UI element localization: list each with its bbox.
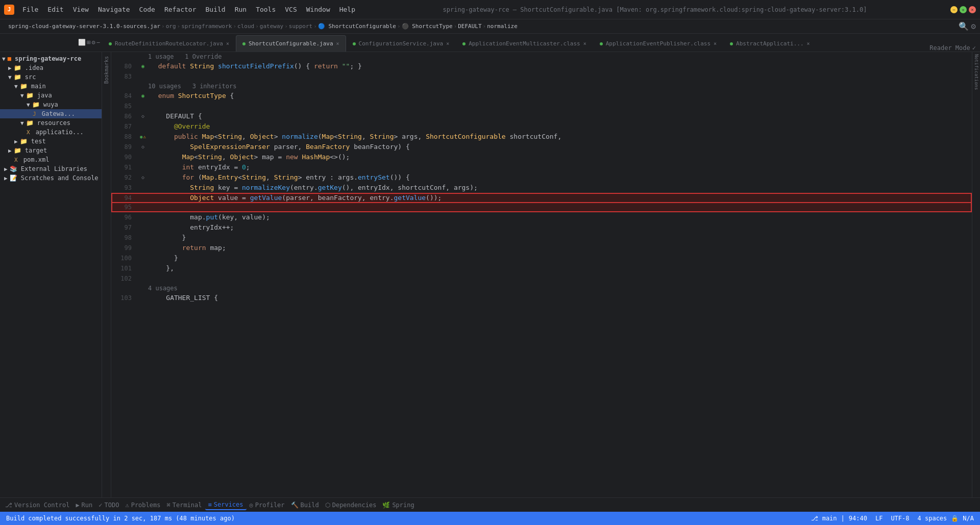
code-line-89[interactable]: 89 ◇ SpelExpressionParser parser, BeanFa… (111, 142, 972, 152)
settings-icon[interactable]: ⚙ (92, 39, 95, 46)
sidebar-item-application[interactable]: X applicatio... (0, 128, 102, 137)
breadcrumb-gateway[interactable]: gateway (260, 23, 283, 30)
bookmarks-label[interactable]: Bookmarks (104, 56, 109, 84)
menu-code[interactable]: Code (135, 4, 159, 15)
tab-abstractapplicati[interactable]: AbstractApplicati... × (723, 35, 816, 52)
bottom-tab-services[interactable]: ≡ Services (205, 500, 247, 510)
code-line-83[interactable]: 83 (111, 71, 972, 82)
bottom-tab-profiler[interactable]: ◎ Profiler (247, 501, 288, 510)
code-line-87[interactable]: 87 @Override (111, 121, 972, 132)
sidebar-item-project[interactable]: ▼ ■ spring-gateway-rce (0, 54, 102, 63)
breadcrumb-shortcuttype[interactable]: ⚫ ShortcutType (402, 23, 453, 30)
tab-close-icon[interactable]: × (714, 41, 717, 46)
readonly-icon: 🔒 (951, 515, 959, 522)
menu-view[interactable]: View (69, 4, 93, 15)
line-code (148, 273, 972, 284)
close-button[interactable]: × (969, 6, 976, 13)
sidebar-item-src[interactable]: ▼ 📁 src (0, 72, 102, 82)
toolbar-search-icon[interactable]: 🔍 (959, 21, 969, 31)
code-line-91[interactable]: 91 int entryIdx = 0; (111, 162, 972, 172)
reader-mode-button[interactable]: Reader Mode (929, 44, 970, 52)
breadcrumb-shortcutconfigurable[interactable]: 🔵 ShortcutConfigurable (318, 23, 396, 30)
code-line-102[interactable]: 102 (111, 273, 972, 284)
bottom-tab-terminal[interactable]: ⌘ Terminal (163, 501, 205, 510)
code-line-96[interactable]: 96 map.put(key, value); (111, 212, 972, 222)
sidebar-item-resources[interactable]: ▼ 📁 resources (0, 118, 102, 128)
breadcrumb-cloud[interactable]: cloud (237, 23, 254, 30)
maximize-button[interactable]: + (960, 6, 967, 13)
tab-applicationeventpublisher[interactable]: ApplicationEventPublisher.class × (593, 35, 723, 52)
code-line-86[interactable]: 86 ◇ DEFAULT { (111, 111, 972, 121)
tab-routedefinitionroutelocator[interactable]: RouteDefinitionRouteLocator.java × (102, 35, 236, 52)
breadcrumb-support[interactable]: support (289, 23, 312, 30)
code-line-92[interactable]: 92 ◇ for (Map.Entry<String, String> entr… (111, 172, 972, 183)
sidebar-item-test[interactable]: ▶ 📁 test (0, 137, 102, 146)
sidebar-item-java[interactable]: ▼ 📁 java (0, 91, 102, 100)
line-number: 103 (111, 293, 138, 303)
sidebar-item-gatewayapp[interactable]: J Gatewa... (0, 109, 102, 118)
tab-close-icon[interactable]: × (807, 41, 810, 46)
bottom-tab-todo[interactable]: ✓ TODO (95, 501, 122, 510)
code-line-94[interactable]: 94 Object value = getValue(parser, beanF… (111, 193, 972, 203)
tab-close-icon[interactable]: × (446, 41, 449, 46)
bottom-tab-spring[interactable]: 🌿 Spring (379, 501, 417, 510)
menu-run[interactable]: Run (231, 4, 251, 15)
sidebar-item-scratches[interactable]: ▶ 📝 Scratches and Console (0, 173, 102, 183)
code-line-103[interactable]: 103 GATHER_LIST { (111, 293, 972, 303)
git-branch[interactable]: main (822, 515, 837, 522)
menu-edit[interactable]: Edit (43, 4, 67, 15)
breadcrumb-normalize[interactable]: normalize (487, 23, 518, 30)
menu-file[interactable]: File (18, 4, 42, 15)
sidebar-item-main[interactable]: ▼ 📁 main (0, 82, 102, 91)
build-status-message: Build completed successfully in 2 sec, 1… (6, 515, 235, 522)
tab-applicationeventmulticaster[interactable]: ApplicationEventMulticaster.class × (456, 35, 593, 52)
code-line-84[interactable]: 84 ◉ enum ShortcutType { (111, 91, 972, 101)
minimize-button[interactable]: − (950, 6, 958, 13)
bottom-tab-dependencies[interactable]: ⬡ Dependencies (322, 501, 380, 510)
bottom-tab-run[interactable]: ▶ Run (72, 501, 95, 510)
menu-help[interactable]: Help (335, 4, 359, 15)
tab-close-icon[interactable]: × (336, 41, 339, 46)
menu-tools[interactable]: Tools (252, 4, 280, 15)
sidebar-item-wuya[interactable]: ▼ 📁 wuya (0, 100, 102, 109)
layout-icon[interactable]: ⊞ (87, 39, 90, 46)
bottom-tab-problems[interactable]: ⚠ Problems (122, 501, 163, 510)
menu-refactor[interactable]: Refactor (160, 4, 201, 15)
tab-shortcutconfigurable[interactable]: ShortcutConfigurable.java × (236, 35, 346, 52)
sidebar-item-external-libraries[interactable]: ▶ 📚 External Libraries (0, 164, 102, 173)
menu-navigate[interactable]: Navigate (94, 4, 134, 15)
sidebar-item-target[interactable]: ▶ 📁 target (0, 146, 102, 155)
breadcrumb-default[interactable]: DEFAULT (458, 23, 481, 30)
code-line-99[interactable]: 99 return map; (111, 243, 972, 253)
tab-close-icon[interactable]: × (583, 41, 586, 46)
code-line-101[interactable]: 101 }, (111, 263, 972, 273)
notifications-label[interactable]: Notifications (974, 54, 979, 90)
code-line-95[interactable]: 95 (111, 202, 972, 212)
tab-dot (242, 42, 246, 45)
code-line-85[interactable]: 85 (111, 101, 972, 111)
sidebar-toggle[interactable]: ⬜ (78, 39, 86, 46)
bottom-tab-version-control[interactable]: ⎇ Version Control (2, 501, 72, 510)
breadcrumb-springframework[interactable]: springframework (181, 23, 232, 30)
code-line-80[interactable]: 80 ◉ default String shortcutFieldPrefix(… (111, 61, 972, 71)
tab-configurationservice[interactable]: ConfigurationService.java × (346, 35, 456, 52)
code-editor[interactable]: 1 usage 1 Override 80 ◉ default String s… (111, 52, 972, 497)
code-line-93[interactable]: 93 String key = normalizeKey(entry.getKe… (111, 183, 972, 193)
breadcrumb-org[interactable]: org (166, 23, 176, 30)
code-line-100[interactable]: 100 } (111, 253, 972, 263)
breadcrumb-jar[interactable]: spring-cloud-gateway-server-3.1.0-source… (8, 23, 160, 30)
sidebar-item-idea[interactable]: ▶ 📁 .idea (0, 63, 102, 72)
code-line-97[interactable]: 97 entryIdx++; (111, 222, 972, 233)
sidebar-item-pomxml[interactable]: X pom.xml (0, 155, 102, 164)
menu-build[interactable]: Build (202, 4, 230, 15)
bottom-tab-build[interactable]: 🔨 Build (288, 501, 322, 510)
code-line-88[interactable]: 88 ◉ ⚠ public Map<String, Object> normal… (111, 132, 972, 142)
code-line-90[interactable]: 90 Map<String, Object> map = new HashMap… (111, 152, 972, 162)
menu-vcs[interactable]: VCS (281, 4, 301, 15)
collapse-icon[interactable]: − (96, 39, 100, 46)
toolbar-gear-icon[interactable]: ⚙ (971, 21, 976, 31)
right-panel: Notifications (972, 52, 980, 497)
code-line-98[interactable]: 98 } (111, 233, 972, 243)
menu-window[interactable]: Window (302, 4, 334, 15)
tab-close-icon[interactable]: × (226, 41, 229, 46)
